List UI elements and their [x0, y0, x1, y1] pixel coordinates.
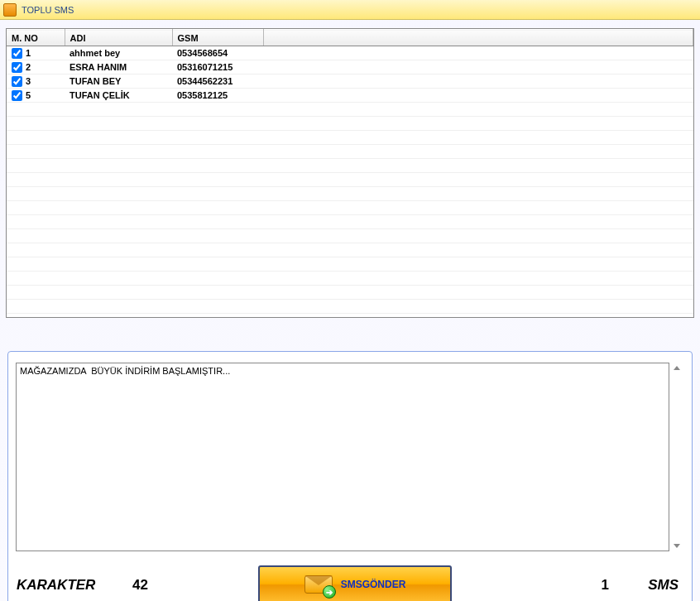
table-row-empty	[7, 272, 693, 286]
row-checkbox[interactable]	[12, 48, 22, 59]
character-label: KARAKTER	[17, 577, 95, 594]
scroll-down-icon[interactable]	[674, 544, 680, 548]
table-row[interactable]: 3TUFAN BEY05344562231	[7, 75, 693, 89]
recipients-grid: M. NO ADI GSM 1ahhmet bey05345686542ESRA…	[6, 28, 694, 318]
arrow-right-icon: ➔	[323, 585, 336, 599]
column-header-gsm[interactable]: GSM	[172, 30, 263, 46]
table-row[interactable]: 5TUFAN ÇELİK0535812125	[7, 89, 693, 103]
table-row-empty	[7, 243, 693, 257]
send-button-label: SMSGÖNDER	[341, 579, 406, 590]
row-mno: 3	[26, 76, 31, 86]
table-header-row: M. NO ADI GSM	[7, 30, 693, 46]
scroll-up-icon[interactable]	[674, 366, 680, 370]
row-mno: 2	[26, 62, 31, 72]
table-row-empty	[7, 300, 693, 314]
row-checkbox[interactable]	[12, 62, 22, 73]
row-adi: ESRA HANIM	[65, 60, 172, 75]
column-header-rest[interactable]	[263, 30, 693, 46]
table-row-empty	[7, 159, 693, 173]
row-rest	[263, 46, 693, 60]
table-row-empty	[7, 286, 693, 300]
table-row[interactable]: 1ahhmet bey0534568654	[7, 46, 693, 60]
row-adi: TUFAN BEY	[65, 75, 172, 89]
send-sms-button[interactable]: ➔ SMSGÖNDER	[258, 565, 452, 601]
message-area-wrap	[16, 363, 684, 551]
table-row-empty	[7, 187, 693, 201]
row-checkbox[interactable]	[12, 90, 22, 101]
row-gsm: 05316071215	[172, 60, 263, 75]
envelope-icon: ➔	[304, 574, 333, 595]
row-mno: 5	[26, 90, 31, 100]
app-icon	[3, 3, 17, 17]
table-row-empty	[7, 145, 693, 159]
table-row-empty	[7, 103, 693, 117]
table-row-empty	[7, 117, 693, 131]
window-title: TOPLU SMS	[22, 5, 74, 15]
row-checkbox[interactable]	[12, 76, 22, 87]
compose-bottom-row: KARAKTER 42 ➔ SMSGÖNDER 1 SMS	[8, 562, 692, 601]
window-body: M. NO ADI GSM 1ahhmet bey05345686542ESRA…	[0, 20, 700, 601]
table-row[interactable]: 2ESRA HANIM05316071215	[7, 60, 693, 75]
sms-count: 1	[602, 577, 609, 594]
column-header-adi[interactable]: ADI	[65, 30, 172, 46]
row-gsm: 0534568654	[172, 46, 263, 60]
compose-panel: KARAKTER 42 ➔ SMSGÖNDER 1 SMS	[7, 351, 693, 601]
row-rest	[263, 89, 693, 103]
table-row-empty	[7, 229, 693, 243]
row-rest	[263, 75, 693, 89]
title-bar: TOPLU SMS	[0, 0, 700, 20]
table-row-empty	[7, 201, 693, 215]
table-row-empty	[7, 131, 693, 145]
row-gsm: 0535812125	[172, 89, 263, 103]
row-adi: ahhmet bey	[65, 46, 172, 60]
character-count: 42	[132, 577, 148, 594]
message-textarea[interactable]	[16, 363, 669, 551]
table-row-empty	[7, 173, 693, 187]
message-scrollbar[interactable]	[669, 363, 684, 551]
table-row-empty	[7, 215, 693, 229]
table-row-empty	[7, 257, 693, 272]
column-header-mno[interactable]: M. NO	[7, 30, 65, 46]
row-mno: 1	[26, 48, 31, 58]
row-rest	[263, 60, 693, 75]
sms-label: SMS	[648, 577, 678, 594]
row-adi: TUFAN ÇELİK	[65, 89, 172, 103]
row-gsm: 05344562231	[172, 75, 263, 89]
